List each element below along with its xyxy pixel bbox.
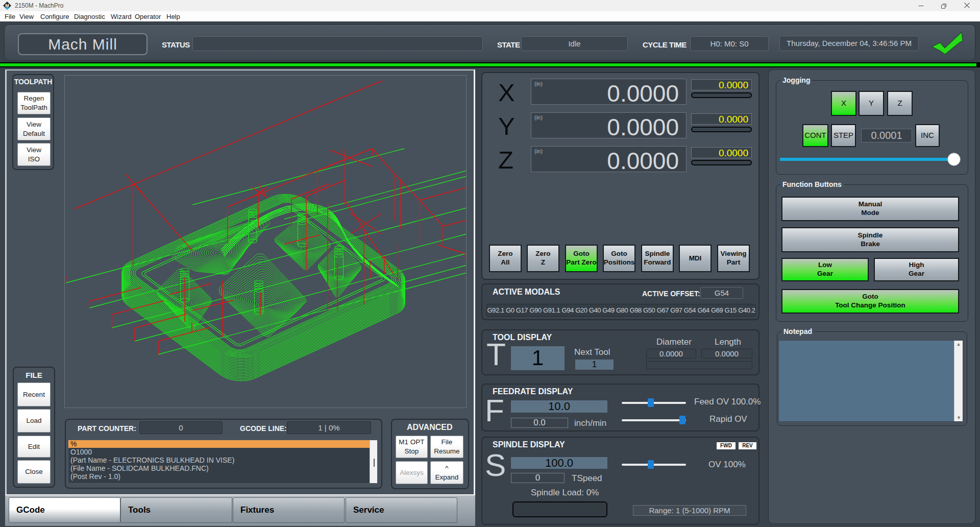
svg-text:M: M [5, 3, 9, 8]
